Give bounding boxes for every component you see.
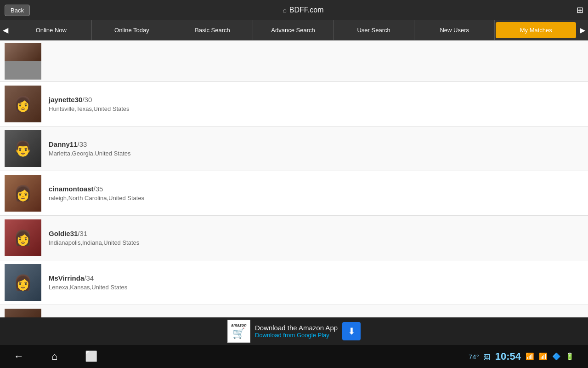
user-info: Danny11/33 Marietta,Georgia,United State… bbox=[49, 140, 583, 157]
avatar: 👩 bbox=[5, 264, 41, 301]
recent-nav-icon[interactable]: ⬜ bbox=[85, 351, 97, 362]
username: Goldie31 bbox=[49, 230, 78, 237]
user-info: MsVirrinda/34 Lenexa,Kansas,United State… bbox=[49, 274, 583, 291]
home-nav-icon[interactable]: ⌂ bbox=[51, 351, 57, 362]
avatar: 👩 bbox=[5, 219, 41, 256]
ad-content: amazon 🛒 Download the Amazon App Downloa… bbox=[227, 320, 361, 343]
avatar bbox=[5, 43, 41, 80]
temperature: 74° bbox=[469, 353, 479, 361]
table-row[interactable] bbox=[0, 40, 588, 82]
table-row[interactable]: 👩 jaynette30/30 Huntsville,Texas,United … bbox=[0, 82, 588, 126]
menu-icon[interactable]: ⊞ bbox=[577, 5, 583, 15]
table-row[interactable]: 👩 Goldie31/31 Indianapolis,Indiana,Unite… bbox=[0, 216, 588, 260]
tab-new-users[interactable]: New Users bbox=[414, 20, 495, 40]
tab-basic-search[interactable]: Basic Search bbox=[172, 20, 253, 40]
signal-icon: 📶 bbox=[539, 352, 548, 361]
photo-icon: 🖼 bbox=[484, 353, 491, 361]
tab-online-now[interactable]: Online Now bbox=[11, 20, 92, 40]
user-location: Indianapolis,Indiana,United States bbox=[49, 239, 583, 246]
user-info: jaynette30/30 Huntsville,Texas,United St… bbox=[49, 96, 583, 112]
user-location: Lenexa,Kansas,United States bbox=[49, 284, 583, 291]
table-row[interactable]: 👨 Danny11/33 Marietta,Georgia,United Sta… bbox=[0, 126, 588, 171]
top-bar: Back ⌂ BDFF.com ⊞ bbox=[0, 0, 588, 20]
user-age: /30 bbox=[82, 96, 92, 104]
user-age: /31 bbox=[78, 230, 87, 237]
nav-left-arrow[interactable]: ◀ bbox=[0, 20, 11, 40]
table-row[interactable]: 👩 MsVirrinda/34 Lenexa,Kansas,United Sta… bbox=[0, 260, 588, 305]
user-info: Goldie31/31 Indianapolis,Indiana,United … bbox=[49, 230, 583, 246]
site-title: ⌂ BDFF.com bbox=[283, 6, 323, 14]
user-name: cinamontoast/35 bbox=[49, 185, 583, 193]
user-age: /35 bbox=[94, 185, 103, 193]
ad-main-text: Download the Amazon App bbox=[255, 324, 338, 332]
table-row[interactable]: 👩 darkisbeautiful/47 rock hill,South Car… bbox=[0, 305, 588, 317]
status-bar: 74° 🖼 10:54 📶 📶 🔷 🔋 bbox=[469, 351, 574, 362]
avatar: 👩 bbox=[5, 175, 41, 212]
back-nav-icon[interactable]: ← bbox=[14, 351, 24, 362]
user-name: Goldie31/31 bbox=[49, 230, 583, 237]
clock: 10:54 bbox=[495, 351, 521, 362]
username: jaynette30 bbox=[49, 96, 82, 104]
nav-right-arrow[interactable]: ▶ bbox=[577, 20, 588, 40]
username: MsVirrinda bbox=[49, 274, 84, 282]
cart-icon: 🛒 bbox=[232, 328, 245, 339]
tab-online-today[interactable]: Online Today bbox=[92, 20, 173, 40]
ad-banner[interactable]: amazon 🛒 Download the Amazon App Downloa… bbox=[0, 317, 588, 345]
tab-my-matches[interactable]: My Matches bbox=[496, 22, 576, 38]
user-age: /33 bbox=[78, 140, 87, 148]
tab-advance-search[interactable]: Advance Search bbox=[253, 20, 334, 40]
battery-icon: 🔋 bbox=[565, 352, 574, 361]
avatar: 👩 bbox=[5, 309, 41, 317]
wifi-icon: 📶 bbox=[526, 352, 534, 361]
username: cinamontoast bbox=[49, 185, 94, 193]
user-location: raleigh,North Carolina,United States bbox=[49, 195, 583, 201]
bluetooth-icon: 🔷 bbox=[552, 352, 561, 361]
user-name: jaynette30/30 bbox=[49, 96, 583, 104]
user-name: Danny11/33 bbox=[49, 140, 583, 148]
android-navbar: ← ⌂ ⬜ 74° 🖼 10:54 📶 📶 🔷 🔋 bbox=[0, 345, 588, 368]
username: Danny11 bbox=[49, 140, 78, 148]
user-info: cinamontoast/35 raleigh,North Carolina,U… bbox=[49, 185, 583, 201]
back-button[interactable]: Back bbox=[5, 5, 30, 16]
download-button[interactable]: ⬇ bbox=[342, 322, 361, 340]
user-name: MsVirrinda/34 bbox=[49, 274, 583, 282]
nav-tabs: ◀ Online Now Online Today Basic Search A… bbox=[0, 20, 588, 40]
user-location: Marietta,Georgia,United States bbox=[49, 150, 583, 157]
user-list: 👩 jaynette30/30 Huntsville,Texas,United … bbox=[0, 40, 588, 317]
ad-text: Download the Amazon App Download from Go… bbox=[255, 324, 338, 339]
amazon-logo: amazon 🛒 bbox=[227, 320, 250, 343]
user-age: /34 bbox=[84, 274, 94, 282]
avatar: 👨 bbox=[5, 130, 41, 167]
user-location: Huntsville,Texas,United States bbox=[49, 105, 583, 112]
avatar: 👩 bbox=[5, 86, 41, 122]
table-row[interactable]: 👩 cinamontoast/35 raleigh,North Carolina… bbox=[0, 171, 588, 216]
site-name: BDFF.com bbox=[289, 6, 324, 14]
ad-sub-text: Download from Google Play bbox=[255, 332, 338, 339]
android-nav-buttons: ← ⌂ ⬜ bbox=[14, 351, 97, 362]
tab-user-search[interactable]: User Search bbox=[334, 20, 414, 40]
home-icon: ⌂ bbox=[283, 6, 286, 14]
